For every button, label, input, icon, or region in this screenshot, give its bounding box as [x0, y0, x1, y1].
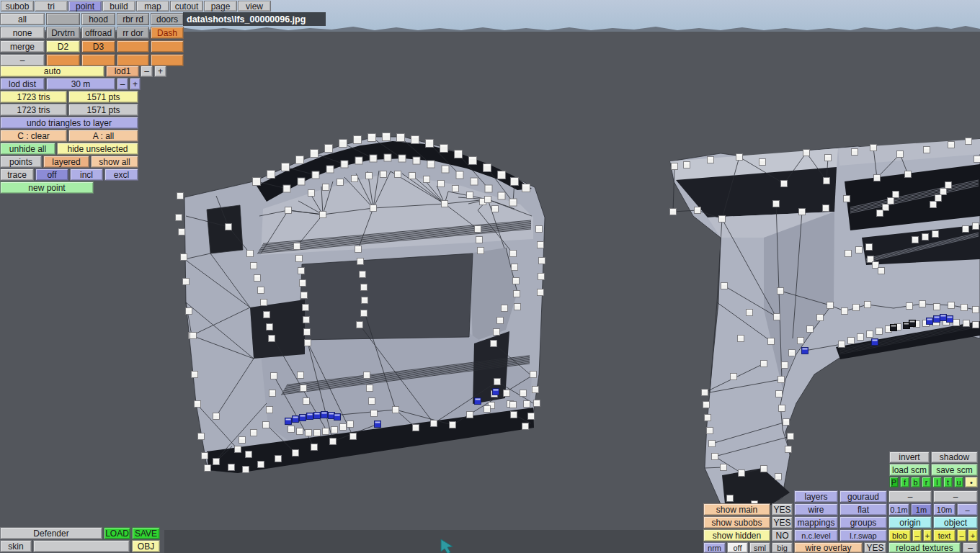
subobj-empty-slot[interactable] [81, 54, 115, 66]
viewport-3d[interactable] [0, 0, 980, 553]
layers-button[interactable]: layers [794, 490, 838, 503]
view-back-button[interactable]: b [911, 477, 920, 487]
tab-page[interactable]: page [204, 1, 237, 12]
subobj-empty-slot[interactable] [46, 54, 80, 66]
show-hidden-button[interactable]: show hidden [703, 529, 770, 541]
subobj-drvtrn-button[interactable]: Drvtrn [46, 27, 80, 39]
dash-b-button[interactable]: – [933, 490, 978, 503]
origin-button[interactable]: origin [888, 516, 932, 529]
undo-triangles-button[interactable]: undo triangles to layer [0, 117, 138, 129]
new-point-button[interactable]: new point [0, 181, 94, 194]
wire-overlay-value[interactable]: YES [864, 542, 886, 553]
points-mode-button[interactable]: points [0, 156, 42, 168]
save-button[interactable]: SAVE [132, 527, 160, 539]
select-all-button[interactable]: A : all [68, 130, 138, 142]
skin-button[interactable]: skin [0, 540, 32, 552]
view-front-button[interactable]: f [900, 477, 909, 487]
subobj-empty-slot[interactable] [151, 40, 184, 53]
dash-a-button[interactable]: – [888, 490, 932, 503]
view-dot-button[interactable]: • [965, 477, 978, 487]
hide-unselected-button[interactable]: hide unselected [57, 143, 138, 155]
subobj-dash-button[interactable]: Dash [151, 27, 184, 39]
grid-dash-button[interactable]: – [957, 503, 978, 516]
show-subobs-button[interactable]: show subobs [703, 516, 770, 529]
gouraud-button[interactable]: gouraud [839, 490, 887, 503]
layered-mode-button[interactable]: layered [43, 156, 89, 168]
subobj-merge-button[interactable]: merge [0, 40, 45, 53]
view-right-button[interactable]: r [922, 477, 931, 487]
reload-dash-button[interactable]: – [963, 542, 978, 553]
view-left-button[interactable]: l [932, 477, 942, 487]
subobj-hood-button[interactable]: hood [81, 13, 115, 25]
vehicle-name-button[interactable]: Defender [0, 527, 102, 539]
subobj-empty-slot[interactable] [151, 54, 184, 66]
nc-level-button[interactable]: n.c.level [794, 529, 838, 541]
show-main-value[interactable]: YES [772, 503, 793, 516]
show-hidden-value[interactable]: NO [772, 529, 793, 541]
subobj-minus-button[interactable]: – [0, 54, 45, 66]
save-scm-button[interactable]: save scm [931, 464, 978, 476]
wire-button[interactable]: wire [794, 503, 838, 516]
view-p-button[interactable]: P [889, 477, 899, 487]
tab-view[interactable]: view [238, 1, 271, 12]
trace-off-button[interactable]: off [35, 168, 68, 181]
text-plus-button[interactable]: + [968, 529, 978, 541]
nrm-off-button[interactable]: off [727, 542, 748, 553]
subobj-all-button[interactable]: all [0, 13, 45, 25]
subobj-rbr-rd-button[interactable]: rbr rd [117, 13, 149, 25]
show-all-button[interactable]: show all [91, 156, 138, 168]
lod-dist-label[interactable]: lod dist [0, 78, 45, 90]
subobj-d3-button[interactable]: D3 [81, 40, 115, 53]
tab-tri[interactable]: tri [35, 1, 68, 12]
tab-map[interactable]: map [136, 1, 169, 12]
blob-label[interactable]: blob [888, 529, 911, 541]
tab-build[interactable]: build [102, 1, 135, 12]
clear-selection-button[interactable]: C : clear [0, 130, 67, 142]
blob-minus-button[interactable]: – [912, 529, 922, 541]
show-subobs-value[interactable]: YES [772, 516, 793, 529]
load-button[interactable]: LOAD [104, 527, 130, 539]
lr-swap-button[interactable]: l.r.swap [839, 529, 887, 541]
blob-plus-button[interactable]: + [923, 529, 932, 541]
reload-textures-button[interactable]: reload textures [888, 542, 961, 553]
nrm-big-button[interactable]: big [772, 542, 793, 553]
grid-10m-button[interactable]: 10m [933, 503, 956, 516]
trace-incl-button[interactable]: incl [70, 168, 103, 181]
tab-point[interactable]: point [68, 1, 102, 12]
mappings-button[interactable]: mappings [794, 516, 838, 529]
flat-button[interactable]: flat [839, 503, 887, 516]
trace-label[interactable]: trace [0, 168, 34, 181]
lod-auto-button[interactable]: auto [0, 66, 104, 77]
subobj-empty-slot[interactable] [117, 40, 149, 53]
lod-plus-button[interactable]: + [154, 66, 166, 77]
subobj-d2-button[interactable]: D2 [46, 40, 80, 53]
subobj-rr-dor-button[interactable]: rr dor [117, 27, 149, 39]
wire-overlay-button[interactable]: wire overlay [794, 542, 863, 553]
subobj-offroad-button[interactable]: offroad [81, 27, 115, 39]
tab-cutout[interactable]: cutout [170, 1, 203, 12]
view-top-button[interactable]: t [943, 477, 953, 487]
nrm-sml-button[interactable]: sml [749, 542, 770, 553]
view-under-button[interactable]: u [954, 477, 963, 487]
lod-dist-minus-button[interactable]: – [117, 78, 128, 90]
text-minus-button[interactable]: – [957, 529, 966, 541]
lod-dist-plus-button[interactable]: + [130, 78, 141, 90]
groups-button[interactable]: groups [839, 516, 887, 529]
grid-01m-button[interactable]: 0.1m [888, 503, 909, 516]
subobj-doors-button[interactable]: doors [151, 13, 184, 25]
subobj-empty-slot[interactable] [117, 54, 149, 66]
show-main-button[interactable]: show main [703, 503, 770, 516]
lod-minus-button[interactable]: – [141, 66, 153, 77]
lod-dist-value[interactable]: 30 m [46, 78, 115, 90]
object-button[interactable]: object [933, 516, 978, 529]
invert-button[interactable]: invert [889, 451, 930, 463]
subobj-empty-cell[interactable] [46, 13, 80, 25]
unhide-all-button[interactable]: unhide all [0, 143, 55, 155]
tab-subob[interactable]: subob [1, 1, 34, 12]
grid-1m-button[interactable]: 1m [911, 503, 932, 516]
subobj-none-button[interactable]: none [0, 27, 45, 39]
obj-export-button[interactable]: OBJ [132, 540, 160, 552]
load-scm-button[interactable]: load scm [889, 464, 930, 476]
trace-excl-button[interactable]: excl [104, 168, 138, 181]
lod1-button[interactable]: lod1 [106, 66, 139, 77]
